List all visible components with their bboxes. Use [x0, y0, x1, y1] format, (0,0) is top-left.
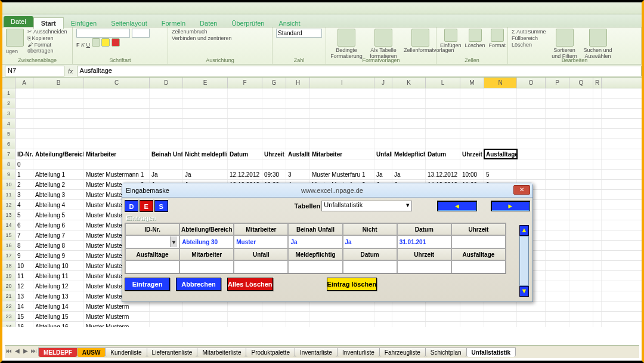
- sheet-tab-produktpalette[interactable]: Produktpalette: [246, 347, 295, 357]
- sort-filter-button[interactable]: [556, 29, 574, 47]
- cell[interactable]: [593, 139, 602, 149]
- cell[interactable]: [84, 129, 150, 139]
- cell[interactable]: [460, 139, 484, 149]
- cell[interactable]: [546, 220, 569, 230]
- sheet-nav-prev[interactable]: ◀: [13, 347, 21, 357]
- cell[interactable]: 3: [286, 170, 310, 179]
- form-input[interactable]: [451, 235, 506, 248]
- cell[interactable]: [546, 149, 569, 159]
- cell[interactable]: [84, 159, 150, 169]
- col-header-J[interactable]: J: [374, 78, 392, 88]
- cell[interactable]: [569, 129, 593, 139]
- cell[interactable]: [546, 230, 569, 240]
- cell[interactable]: [183, 119, 228, 128]
- cell[interactable]: [150, 302, 183, 311]
- col-header-M[interactable]: M: [460, 78, 484, 88]
- cell[interactable]: [426, 88, 460, 98]
- sheet-nav-first[interactable]: ⏮: [5, 347, 13, 357]
- cell[interactable]: [484, 139, 517, 149]
- cell[interactable]: [569, 322, 593, 327]
- cell[interactable]: Datum: [426, 149, 460, 159]
- cell[interactable]: [569, 220, 593, 230]
- col-header-R[interactable]: R: [593, 78, 602, 88]
- cell[interactable]: [569, 139, 593, 149]
- cell[interactable]: Ja: [374, 170, 392, 179]
- cell[interactable]: [374, 99, 392, 108]
- cell[interactable]: [426, 159, 460, 169]
- table-row[interactable]: 4: [2, 119, 642, 129]
- sheet-tab-fahrzeugliste[interactable]: Fahrzeugliste: [379, 347, 426, 357]
- cell[interactable]: [517, 149, 546, 159]
- cell[interactable]: [546, 312, 569, 321]
- row-header[interactable]: 12: [2, 200, 16, 210]
- cell[interactable]: [262, 129, 286, 139]
- cell[interactable]: [484, 99, 517, 108]
- cell[interactable]: [593, 230, 602, 240]
- cell[interactable]: [33, 129, 84, 139]
- cell[interactable]: [392, 322, 426, 327]
- col-header-F[interactable]: F: [228, 78, 262, 88]
- cond-format-button[interactable]: [338, 29, 355, 47]
- cell[interactable]: [546, 170, 569, 179]
- cell[interactable]: Ja: [183, 170, 228, 179]
- cell[interactable]: [593, 170, 602, 179]
- number-format-select[interactable]: [276, 29, 322, 38]
- cell[interactable]: 09:30: [262, 170, 286, 179]
- cell[interactable]: Abteilung 1: [33, 170, 84, 179]
- cell[interactable]: [392, 159, 426, 169]
- cell[interactable]: [546, 322, 569, 327]
- cell[interactable]: [517, 312, 546, 321]
- cell[interactable]: [392, 99, 426, 108]
- row-header[interactable]: 3: [2, 109, 16, 118]
- cell[interactable]: [286, 312, 310, 321]
- row-header[interactable]: 18: [2, 261, 16, 270]
- cell[interactable]: [183, 322, 228, 327]
- col-header-N[interactable]: N: [484, 78, 517, 88]
- sheet-tab-unfallstatistik[interactable]: Unfallstatistik: [466, 347, 516, 357]
- cell[interactable]: 8: [16, 241, 33, 250]
- cell[interactable]: [16, 99, 33, 108]
- row-header[interactable]: 21: [2, 291, 16, 301]
- cell[interactable]: [460, 99, 484, 108]
- cell[interactable]: Unfall: [374, 149, 392, 159]
- cell[interactable]: 2: [16, 180, 33, 189]
- cell[interactable]: [150, 109, 183, 118]
- cell[interactable]: [460, 88, 484, 98]
- cell[interactable]: Abteilung 15: [33, 312, 84, 321]
- cell[interactable]: Abteilung 10: [33, 261, 84, 270]
- cell[interactable]: [484, 302, 517, 311]
- cell[interactable]: Muster Mustermann 1: [84, 170, 150, 179]
- cell[interactable]: [593, 281, 602, 291]
- cell[interactable]: [546, 241, 569, 250]
- cell[interactable]: [150, 99, 183, 108]
- cut-button[interactable]: ✂ Ausschneiden: [27, 29, 69, 35]
- cell[interactable]: [228, 109, 262, 118]
- cell[interactable]: [569, 88, 593, 98]
- cell[interactable]: [546, 291, 569, 301]
- fill-button[interactable]: Füllbereich: [512, 35, 546, 41]
- cell[interactable]: 10: [16, 261, 33, 270]
- cell[interactable]: [569, 261, 593, 270]
- cell[interactable]: [569, 210, 593, 220]
- table-row[interactable]: 80: [2, 159, 642, 170]
- cell[interactable]: 1: [16, 170, 33, 179]
- cell[interactable]: [569, 109, 593, 118]
- cell[interactable]: [546, 261, 569, 270]
- cell[interactable]: [262, 88, 286, 98]
- cell[interactable]: 15: [16, 312, 33, 321]
- cell[interactable]: [310, 129, 374, 139]
- cell[interactable]: [546, 119, 569, 128]
- cell[interactable]: [569, 170, 593, 179]
- row-header[interactable]: 23: [2, 312, 16, 321]
- cell[interactable]: [593, 261, 602, 270]
- cell[interactable]: [310, 139, 374, 149]
- cell[interactable]: Abteilung 12: [33, 281, 84, 291]
- cell[interactable]: [593, 88, 602, 98]
- cell[interactable]: [460, 119, 484, 128]
- cell[interactable]: [310, 312, 374, 321]
- merge-center-button[interactable]: Verbinden und zentrieren: [172, 35, 232, 41]
- cell[interactable]: 11: [16, 271, 33, 281]
- cancel-button[interactable]: Abbrechen: [176, 278, 221, 291]
- cell[interactable]: [228, 119, 262, 128]
- cell[interactable]: Abteilung 13: [33, 291, 84, 301]
